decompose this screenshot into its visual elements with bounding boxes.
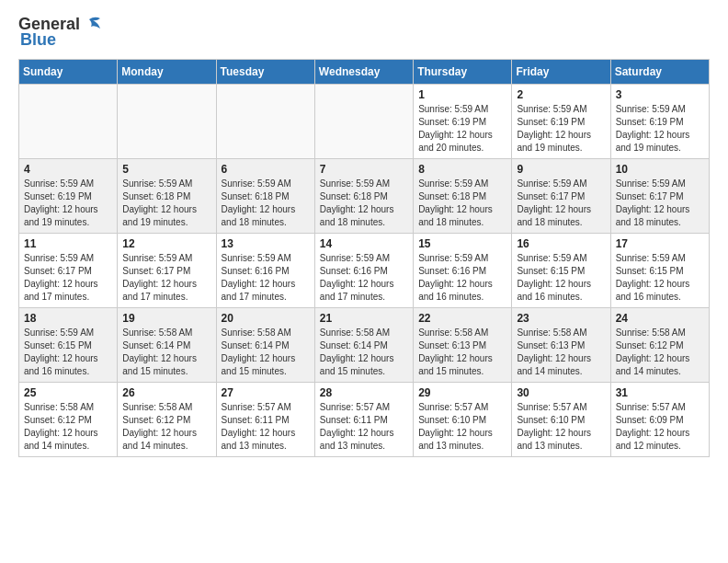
day-number: 6	[222, 163, 310, 176]
day-info: Sunrise: 5:59 AM Sunset: 6:17 PM Dayligh…	[616, 178, 704, 229]
day-info: Sunrise: 5:59 AM Sunset: 6:17 PM Dayligh…	[24, 252, 112, 304]
calendar-cell: 6Sunrise: 5:59 AM Sunset: 6:18 PM Daylig…	[216, 159, 314, 234]
day-number: 21	[320, 312, 408, 325]
header-wednesday: Wednesday	[314, 60, 413, 85]
day-info: Sunrise: 5:58 AM Sunset: 6:12 PM Dayligh…	[122, 401, 210, 453]
calendar-cell: 27Sunrise: 5:57 AM Sunset: 6:11 PM Dayli…	[216, 383, 314, 457]
calendar-header-row: SundayMondayTuesdayWednesdayThursdayFrid…	[19, 60, 710, 85]
day-number: 9	[517, 163, 605, 176]
calendar-cell: 16Sunrise: 5:59 AM Sunset: 6:15 PM Dayli…	[512, 234, 610, 308]
calendar-cell: 29Sunrise: 5:57 AM Sunset: 6:10 PM Dayli…	[414, 383, 512, 457]
day-info: Sunrise: 5:59 AM Sunset: 6:15 PM Dayligh…	[24, 327, 112, 378]
day-info: Sunrise: 5:59 AM Sunset: 6:18 PM Dayligh…	[418, 178, 506, 229]
day-number: 18	[24, 312, 112, 325]
day-info: Sunrise: 5:57 AM Sunset: 6:10 PM Dayligh…	[418, 401, 506, 453]
calendar-cell: 22Sunrise: 5:58 AM Sunset: 6:13 PM Dayli…	[414, 308, 512, 383]
day-number: 11	[24, 237, 112, 250]
calendar-cell: 9Sunrise: 5:59 AM Sunset: 6:17 PM Daylig…	[512, 159, 610, 234]
calendar-cell	[216, 85, 314, 159]
day-number: 4	[24, 163, 112, 176]
day-number: 22	[418, 312, 506, 325]
day-info: Sunrise: 5:59 AM Sunset: 6:18 PM Dayligh…	[320, 178, 408, 229]
header-monday: Monday	[118, 60, 216, 85]
day-number: 8	[418, 163, 506, 176]
calendar-cell: 28Sunrise: 5:57 AM Sunset: 6:11 PM Dayli…	[314, 383, 413, 457]
day-number: 2	[517, 88, 605, 101]
calendar-cell	[314, 85, 413, 159]
calendar-cell	[118, 85, 216, 159]
day-info: Sunrise: 5:58 AM Sunset: 6:12 PM Dayligh…	[24, 401, 112, 453]
calendar-cell: 30Sunrise: 5:57 AM Sunset: 6:10 PM Dayli…	[512, 383, 610, 457]
day-info: Sunrise: 5:59 AM Sunset: 6:16 PM Dayligh…	[222, 252, 310, 304]
calendar-cell: 11Sunrise: 5:59 AM Sunset: 6:17 PM Dayli…	[19, 234, 118, 308]
logo-blue: Blue	[20, 30, 56, 50]
day-number: 28	[320, 386, 408, 399]
header-tuesday: Tuesday	[216, 60, 314, 85]
day-number: 3	[616, 88, 704, 101]
day-number: 27	[222, 386, 310, 399]
day-info: Sunrise: 5:58 AM Sunset: 6:13 PM Dayligh…	[517, 327, 605, 378]
day-number: 20	[222, 312, 310, 325]
day-info: Sunrise: 5:59 AM Sunset: 6:15 PM Dayligh…	[517, 252, 605, 304]
day-info: Sunrise: 5:58 AM Sunset: 6:14 PM Dayligh…	[320, 327, 408, 378]
day-number: 30	[517, 386, 605, 399]
day-info: Sunrise: 5:58 AM Sunset: 6:14 PM Dayligh…	[122, 327, 210, 378]
day-number: 31	[616, 386, 704, 399]
calendar-cell: 3Sunrise: 5:59 AM Sunset: 6:19 PM Daylig…	[610, 85, 709, 159]
day-number: 19	[122, 312, 210, 325]
calendar-week-row: 1Sunrise: 5:59 AM Sunset: 6:19 PM Daylig…	[19, 85, 710, 159]
calendar-cell: 4Sunrise: 5:59 AM Sunset: 6:19 PM Daylig…	[19, 159, 118, 234]
header-saturday: Saturday	[610, 60, 709, 85]
calendar-cell: 24Sunrise: 5:58 AM Sunset: 6:12 PM Dayli…	[610, 308, 709, 383]
day-number: 15	[418, 237, 506, 250]
day-info: Sunrise: 5:57 AM Sunset: 6:11 PM Dayligh…	[320, 401, 408, 453]
calendar-cell: 14Sunrise: 5:59 AM Sunset: 6:16 PM Dayli…	[314, 234, 413, 308]
calendar-cell: 25Sunrise: 5:58 AM Sunset: 6:12 PM Dayli…	[19, 383, 118, 457]
calendar-cell: 13Sunrise: 5:59 AM Sunset: 6:16 PM Dayli…	[216, 234, 314, 308]
calendar-cell: 7Sunrise: 5:59 AM Sunset: 6:18 PM Daylig…	[314, 159, 413, 234]
calendar-cell: 17Sunrise: 5:59 AM Sunset: 6:15 PM Dayli…	[610, 234, 709, 308]
day-number: 10	[616, 163, 704, 176]
day-info: Sunrise: 5:57 AM Sunset: 6:11 PM Dayligh…	[222, 401, 310, 453]
day-info: Sunrise: 5:59 AM Sunset: 6:19 PM Dayligh…	[517, 103, 605, 155]
calendar-cell: 19Sunrise: 5:58 AM Sunset: 6:14 PM Dayli…	[118, 308, 216, 383]
calendar-cell: 12Sunrise: 5:59 AM Sunset: 6:17 PM Dayli…	[118, 234, 216, 308]
calendar-cell: 5Sunrise: 5:59 AM Sunset: 6:18 PM Daylig…	[118, 159, 216, 234]
header-thursday: Thursday	[414, 60, 512, 85]
day-number: 7	[320, 163, 408, 176]
day-number: 12	[122, 237, 210, 250]
day-info: Sunrise: 5:59 AM Sunset: 6:17 PM Dayligh…	[517, 178, 605, 229]
day-info: Sunrise: 5:58 AM Sunset: 6:13 PM Dayligh…	[418, 327, 506, 378]
day-info: Sunrise: 5:59 AM Sunset: 6:17 PM Dayligh…	[122, 252, 210, 304]
day-info: Sunrise: 5:58 AM Sunset: 6:12 PM Dayligh…	[616, 327, 704, 378]
day-number: 1	[418, 88, 506, 101]
calendar-cell: 21Sunrise: 5:58 AM Sunset: 6:14 PM Dayli…	[314, 308, 413, 383]
calendar-week-row: 25Sunrise: 5:58 AM Sunset: 6:12 PM Dayli…	[19, 383, 710, 457]
calendar-week-row: 4Sunrise: 5:59 AM Sunset: 6:19 PM Daylig…	[19, 159, 710, 234]
day-info: Sunrise: 5:59 AM Sunset: 6:19 PM Dayligh…	[24, 178, 112, 229]
day-number: 26	[122, 386, 210, 399]
header-friday: Friday	[512, 60, 610, 85]
day-info: Sunrise: 5:59 AM Sunset: 6:19 PM Dayligh…	[418, 103, 506, 155]
day-number: 14	[320, 237, 408, 250]
day-number: 29	[418, 386, 506, 399]
header: General Blue	[18, 15, 710, 50]
day-number: 5	[122, 163, 210, 176]
calendar-cell: 10Sunrise: 5:59 AM Sunset: 6:17 PM Dayli…	[610, 159, 709, 234]
day-number: 13	[222, 237, 310, 250]
day-number: 24	[616, 312, 704, 325]
logo-bird-icon	[82, 16, 102, 34]
day-info: Sunrise: 5:59 AM Sunset: 6:16 PM Dayligh…	[320, 252, 408, 304]
day-number: 17	[616, 237, 704, 250]
calendar-cell: 2Sunrise: 5:59 AM Sunset: 6:19 PM Daylig…	[512, 85, 610, 159]
calendar-cell: 18Sunrise: 5:59 AM Sunset: 6:15 PM Dayli…	[19, 308, 118, 383]
day-info: Sunrise: 5:59 AM Sunset: 6:16 PM Dayligh…	[418, 252, 506, 304]
day-info: Sunrise: 5:59 AM Sunset: 6:18 PM Dayligh…	[122, 178, 210, 229]
day-number: 16	[517, 237, 605, 250]
calendar-table: SundayMondayTuesdayWednesdayThursdayFrid…	[18, 59, 710, 457]
calendar-week-row: 11Sunrise: 5:59 AM Sunset: 6:17 PM Dayli…	[19, 234, 710, 308]
day-info: Sunrise: 5:59 AM Sunset: 6:15 PM Dayligh…	[616, 252, 704, 304]
calendar-cell	[19, 85, 118, 159]
day-info: Sunrise: 5:59 AM Sunset: 6:18 PM Dayligh…	[222, 178, 310, 229]
day-info: Sunrise: 5:57 AM Sunset: 6:10 PM Dayligh…	[517, 401, 605, 453]
